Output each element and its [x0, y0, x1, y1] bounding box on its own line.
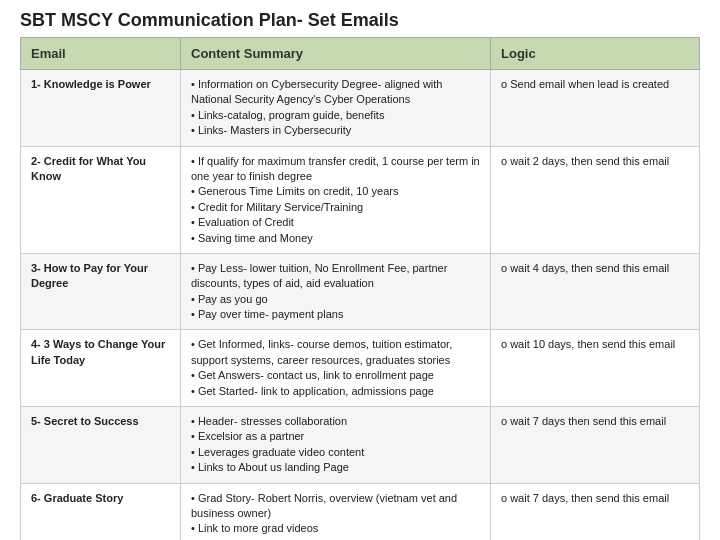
table-row: 6- Graduate Story• Grad Story- Robert No…: [21, 483, 700, 540]
logic-description: o wait 7 days then send this email: [491, 407, 700, 484]
table-row: 4- 3 Ways to Change Your Life Today• Get…: [21, 330, 700, 407]
content-summary: • Get Informed, links- course demos, tui…: [181, 330, 491, 407]
email-name: 6- Graduate Story: [21, 483, 181, 540]
logic-description: o wait 7 days, then send this email: [491, 483, 700, 540]
page-title: SBT MSCY Communication Plan- Set Emails: [20, 10, 700, 31]
logic-description: o Send email when lead is created: [491, 70, 700, 147]
logic-description: o wait 2 days, then send this email: [491, 146, 700, 253]
header-logic: Logic: [491, 38, 700, 70]
table-row: 1- Knowledge is Power• Information on Cy…: [21, 70, 700, 147]
header-email: Email: [21, 38, 181, 70]
content-summary: • Information on Cybersecurity Degree- a…: [181, 70, 491, 147]
email-name: 5- Secret to Success: [21, 407, 181, 484]
content-summary: • Grad Story- Robert Norris, overview (v…: [181, 483, 491, 540]
email-name: 4- 3 Ways to Change Your Life Today: [21, 330, 181, 407]
email-name: 3- How to Pay for Your Degree: [21, 253, 181, 330]
content-summary: • Pay Less- lower tuition, No Enrollment…: [181, 253, 491, 330]
communication-plan-table: Email Content Summary Logic 1- Knowledge…: [20, 37, 700, 540]
logic-description: o wait 10 days, then send this email: [491, 330, 700, 407]
header-content: Content Summary: [181, 38, 491, 70]
table-row: 5- Secret to Success• Header- stresses c…: [21, 407, 700, 484]
logic-description: o wait 4 days, then send this email: [491, 253, 700, 330]
email-name: 1- Knowledge is Power: [21, 70, 181, 147]
content-summary: • Header- stresses collaboration• Excels…: [181, 407, 491, 484]
email-name: 2- Credit for What You Know: [21, 146, 181, 253]
table-row: 2- Credit for What You Know• If qualify …: [21, 146, 700, 253]
content-summary: • If qualify for maximum transfer credit…: [181, 146, 491, 253]
table-row: 3- How to Pay for Your Degree• Pay Less-…: [21, 253, 700, 330]
